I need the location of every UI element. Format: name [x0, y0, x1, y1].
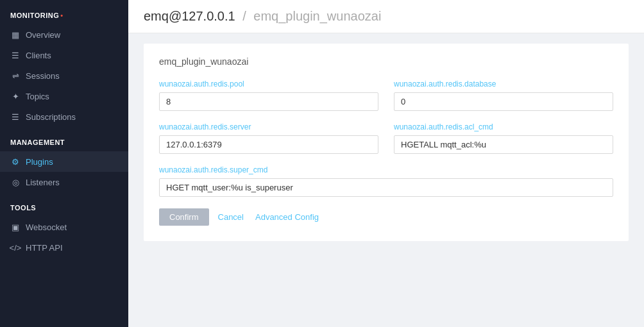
sidebar-item-label: Websocket: [26, 222, 67, 232]
form-row-1: wunaozai.auth.redis.pool wunaozai.auth.r…: [159, 80, 613, 111]
http-api-icon: </>: [10, 242, 21, 253]
sidebar-item-label: Sessions: [26, 71, 60, 81]
clients-icon: ☰: [10, 50, 21, 60]
database-input[interactable]: [394, 92, 613, 111]
sidebar-item-plugins[interactable]: ⚙ Plugins: [0, 151, 128, 172]
acl-cmd-input[interactable]: [394, 135, 613, 154]
sidebar-item-label: Overview: [26, 30, 60, 40]
sidebar-item-clients[interactable]: ☰ Clients: [0, 45, 128, 65]
pool-input[interactable]: [159, 92, 378, 111]
acl-cmd-label: wunaozai.auth.redis.acl_cmd: [394, 122, 613, 131]
sidebar-item-label: Topics: [26, 92, 49, 101]
sidebar-item-label: Subscriptions: [26, 112, 76, 122]
database-label: wunaozai.auth.redis.database: [394, 80, 613, 88]
sidebar-item-overview[interactable]: ▦ Overview: [0, 24, 128, 45]
sidebar-item-topics[interactable]: ✦ Topics: [0, 86, 128, 106]
sidebar-item-subscriptions[interactable]: ☰ Subscriptions: [0, 106, 128, 127]
websocket-icon: ▣: [10, 222, 21, 232]
sessions-icon: ⇌: [10, 71, 21, 81]
confirm-button[interactable]: Confirm: [159, 208, 209, 226]
super-cmd-label: wunaozai.auth.redis.super_cmd: [159, 165, 613, 174]
sidebar: MONITORING• ▦ Overview ☰ Clients ⇌ Sessi…: [0, 0, 128, 327]
super-cmd-field-group: wunaozai.auth.redis.super_cmd: [159, 165, 613, 197]
listeners-icon: ◎: [10, 177, 21, 187]
form-actions: Confirm Cancel Advanced Config: [159, 208, 613, 226]
topics-icon: ✦: [10, 91, 21, 101]
sidebar-item-listeners[interactable]: ◎ Listeners: [0, 172, 128, 192]
breadcrumb-secondary: emq_plugin_wunaozai: [253, 9, 381, 23]
server-label: wunaozai.auth.redis.server: [159, 122, 378, 131]
form-row-2: wunaozai.auth.redis.server wunaozai.auth…: [159, 122, 613, 154]
subscriptions-icon: ☰: [10, 112, 21, 122]
page-header: emq@127.0.0.1 / emq_plugin_wunaozai: [128, 0, 644, 33]
acl-cmd-field-group: wunaozai.auth.redis.acl_cmd: [394, 122, 613, 154]
pool-field-group: wunaozai.auth.redis.pool: [159, 80, 378, 111]
server-input[interactable]: [159, 135, 378, 154]
page-title: emq@127.0.0.1 / emq_plugin_wunaozai: [144, 9, 381, 24]
database-field-group: wunaozai.auth.redis.database: [394, 80, 613, 111]
tools-section-label: TOOLS: [0, 192, 128, 217]
sidebar-item-label: Listeners: [26, 178, 60, 187]
management-section-label: MANAGEMENT: [0, 127, 128, 151]
sidebar-item-http-api[interactable]: </> HTTP API: [0, 237, 128, 258]
super-cmd-input[interactable]: [159, 178, 613, 197]
sidebar-item-label: HTTP API: [26, 243, 63, 253]
card-title: emq_plugin_wunaozai: [159, 56, 613, 67]
breadcrumb-primary: emq@127.0.0.1: [144, 9, 235, 23]
sidebar-item-websocket[interactable]: ▣ Websocket: [0, 217, 128, 237]
plugin-config-card: emq_plugin_wunaozai wunaozai.auth.redis.…: [144, 44, 629, 241]
content-area: emq_plugin_wunaozai wunaozai.auth.redis.…: [128, 33, 644, 327]
sidebar-item-sessions[interactable]: ⇌ Sessions: [0, 65, 128, 86]
breadcrumb-separator: /: [242, 9, 246, 23]
sidebar-item-label: Plugins: [26, 157, 53, 167]
advanced-config-button[interactable]: Advanced Config: [253, 208, 321, 226]
sidebar-item-label: Clients: [26, 51, 51, 60]
plugins-icon: ⚙: [10, 156, 21, 167]
pool-label: wunaozai.auth.redis.pool: [159, 80, 378, 88]
main-content: emq@127.0.0.1 / emq_plugin_wunaozai emq_…: [128, 0, 644, 327]
server-field-group: wunaozai.auth.redis.server: [159, 122, 378, 154]
monitoring-section-label: MONITORING•: [0, 0, 128, 24]
cancel-button[interactable]: Cancel: [216, 208, 246, 226]
overview-icon: ▦: [10, 29, 21, 40]
